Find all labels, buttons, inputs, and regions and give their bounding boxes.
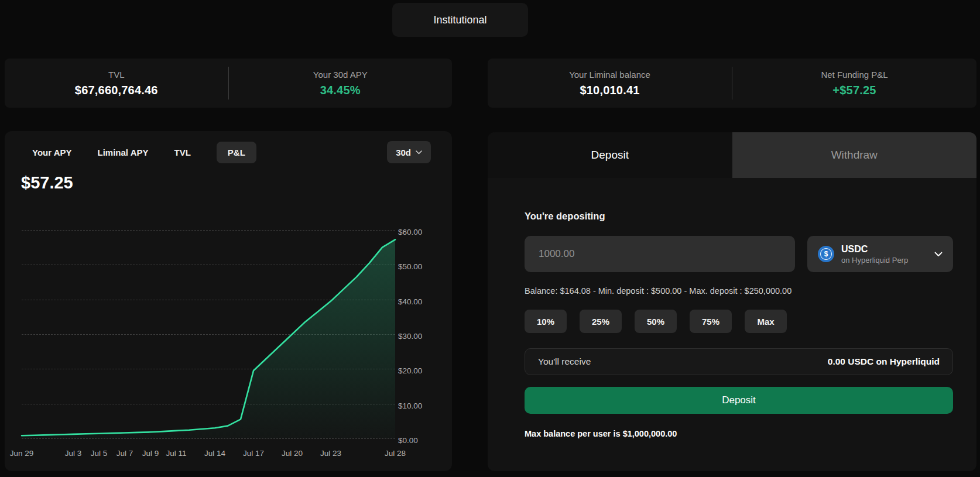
usdc-icon: $	[818, 246, 834, 262]
tab-deposit[interactable]: Deposit	[488, 132, 732, 178]
receive-label: You'll receive	[538, 356, 591, 367]
amount-row: $ USDC on Hyperliquid Perp	[525, 236, 953, 272]
y-axis-tick: $10.00	[398, 401, 422, 410]
chart-area-fill	[22, 239, 395, 438]
x-axis-tick: Jul 3	[65, 449, 82, 458]
deposit-panel: Deposit Withdraw You're depositing $ USD…	[488, 132, 976, 471]
pnl-area-chart	[5, 131, 452, 471]
y-axis-tick: $50.00	[398, 262, 422, 271]
stat-30d-apy: Your 30d APY 34.45%	[229, 59, 453, 108]
stats-card-right: Your Liminal balance $10,010.41 Net Fund…	[488, 59, 976, 108]
stat-30d-apy-label: Your 30d APY	[313, 70, 368, 80]
x-axis-tick: Jul 20	[282, 449, 303, 458]
stat-tvl-label: TVL	[108, 70, 125, 80]
percent-buttons: 10% 25% 50% 75% Max	[525, 310, 953, 333]
x-axis-tick: Jul 28	[385, 449, 406, 458]
percent-25-button[interactable]: 25%	[580, 310, 622, 333]
y-axis-tick: $40.00	[398, 297, 422, 306]
max-balance-footnote: Max balance per user is $1,000,000.00	[525, 429, 953, 438]
amount-input[interactable]	[525, 236, 795, 272]
percent-10-button[interactable]: 10%	[525, 310, 567, 333]
stat-liminal-balance: Your Liminal balance $10,010.41	[488, 59, 732, 108]
receive-row: You'll receive 0.00 USDC on Hyperliquid	[525, 348, 953, 375]
stat-net-funding-pnl-label: Net Funding P&L	[821, 70, 888, 80]
x-axis-tick: Jul 23	[320, 449, 341, 458]
deposit-withdraw-tabs: Deposit Withdraw	[488, 132, 976, 178]
percent-max-button[interactable]: Max	[745, 310, 787, 333]
stat-liminal-balance-value: $10,010.41	[580, 84, 639, 97]
depositing-label: You're depositing	[525, 211, 953, 222]
y-axis-tick: $20.00	[398, 366, 422, 375]
y-axis-tick: $0.00	[398, 436, 418, 445]
x-axis-tick: Jul 7	[116, 449, 133, 458]
asset-symbol: USDC	[841, 244, 908, 255]
asset-network: on Hyperliquid Perp	[841, 256, 908, 265]
x-axis-tick: Jul 5	[91, 449, 108, 458]
percent-50-button[interactable]: 50%	[635, 310, 677, 333]
x-axis-tick: Jul 11	[166, 449, 186, 458]
stat-net-funding-pnl-value: +$57.25	[832, 84, 876, 97]
y-axis-tick: $30.00	[398, 332, 422, 341]
deposit-form: You're depositing $ USDC on Hyperliquid …	[488, 211, 976, 438]
x-axis-tick: Jul 9	[142, 449, 159, 458]
tab-institutional[interactable]: Institutional	[392, 3, 528, 37]
x-axis-tick: Jun 29	[10, 449, 34, 458]
percent-75-button[interactable]: 75%	[690, 310, 732, 333]
receive-value: 0.00 USDC on Hyperliquid	[828, 356, 940, 367]
stat-tvl: TVL $67,660,764.46	[5, 59, 228, 108]
deposit-submit-button[interactable]: Deposit	[525, 387, 953, 414]
balance-limits-text: Balance: $164.08 - Min. deposit : $500.0…	[525, 286, 953, 296]
chevron-down-icon	[934, 252, 943, 257]
stat-liminal-balance-label: Your Liminal balance	[569, 70, 650, 80]
tab-withdraw[interactable]: Withdraw	[732, 132, 977, 178]
stat-net-funding-pnl: Net Funding P&L +$57.25	[732, 59, 976, 108]
chart-panel: Your APY Liminal APY TVL P&L 30d $57.25 …	[5, 131, 452, 471]
stat-tvl-value: $67,660,764.46	[75, 84, 158, 97]
y-axis-tick: $60.00	[398, 228, 422, 236]
x-axis-tick: Jul 14	[204, 449, 225, 458]
stats-card-left: TVL $67,660,764.46 Your 30d APY 34.45%	[5, 59, 452, 108]
x-axis-tick: Jul 17	[243, 449, 264, 458]
stat-30d-apy-value: 34.45%	[320, 84, 361, 97]
asset-select[interactable]: $ USDC on Hyperliquid Perp	[807, 236, 953, 272]
